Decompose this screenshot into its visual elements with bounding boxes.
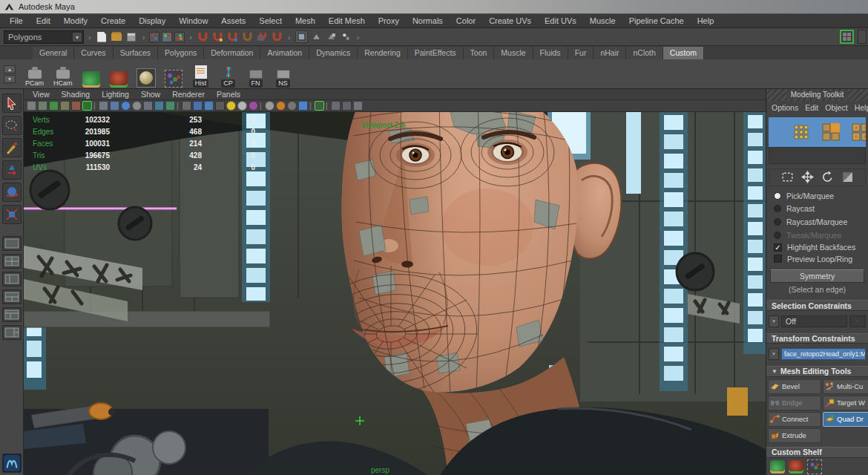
checkbox-preview-loop-ring[interactable]: Preview Loop/Ring [766, 253, 868, 265]
vp-menu-panels[interactable]: Panels [217, 90, 240, 99]
open-scene-icon[interactable] [111, 30, 123, 43]
single-pane-layout-button[interactable] [2, 236, 22, 251]
menu-create[interactable]: Create [94, 16, 132, 25]
render-settings-icon[interactable] [325, 30, 338, 43]
radio-raycast[interactable]: Raycast [766, 202, 868, 215]
shelf-tab-ncloth[interactable]: nCloth [626, 47, 662, 59]
shelf-item-ns[interactable]: NS [272, 61, 295, 88]
shelf-tab-dynamics[interactable]: Dynamics [309, 47, 358, 59]
four-pane-layout-button[interactable] [2, 254, 22, 269]
radio-raycast-marquee[interactable]: Raycast/Marquee [766, 215, 868, 229]
custom-shelf-header[interactable]: Custom Shelf [766, 447, 868, 458]
save-scene-icon[interactable] [125, 30, 138, 43]
transform-constraints-header[interactable]: Transform Constraints [766, 333, 868, 344]
snap-projected-center-icon[interactable] [241, 30, 254, 43]
shelf-tab-custom[interactable]: Custom [663, 47, 704, 59]
menu-display[interactable]: Display [132, 16, 172, 25]
image-plane-icon[interactable] [71, 101, 81, 111]
exposure-sphere-icon[interactable] [276, 101, 286, 111]
constraint-extra-field[interactable]: ◦ [849, 315, 866, 327]
toolkit-title-bar[interactable]: Modeling Toolkit [766, 89, 868, 101]
gamma-sphere-icon[interactable] [287, 101, 297, 111]
menu-modify[interactable]: Modify [57, 16, 94, 25]
persp-outliner-layout-button[interactable] [2, 272, 22, 286]
film-gate-icon[interactable] [215, 101, 225, 111]
radio-pick-marquee[interactable]: Pick/Marquee [766, 189, 868, 203]
quad-draw-overlay-icon[interactable] [315, 101, 324, 111]
group-collapse-icon[interactable]: › [86, 33, 93, 42]
menu-muscle[interactable]: Muscle [583, 16, 622, 25]
cube-view-icon[interactable] [331, 101, 341, 111]
shelf-tab-general[interactable]: General [33, 47, 74, 59]
menu-window[interactable]: Window [172, 16, 214, 25]
group-collapse-icon[interactable]: › [286, 33, 293, 42]
hypershade-layout-button[interactable] [2, 307, 22, 322]
axis-compass-icon[interactable] [342, 101, 352, 111]
menu-assets[interactable]: Assets [214, 16, 252, 25]
mesh-editing-tools-header[interactable]: ▼ Mesh Editing Tools [766, 366, 868, 377]
shelf-tab-deformation[interactable]: Deformation [204, 47, 260, 59]
new-scene-icon[interactable] [96, 30, 108, 43]
shelf-tab-toon[interactable]: Toon [464, 47, 495, 59]
sidebar-toggle-icon[interactable] [858, 30, 867, 44]
marquee-select-icon[interactable] [781, 171, 794, 183]
default-light-sphere-icon[interactable] [226, 101, 236, 111]
paint-select-tool[interactable] [2, 138, 22, 157]
move-handle-icon[interactable] [801, 171, 814, 183]
vp-menu-view[interactable]: View [33, 90, 50, 99]
transform-constraint-field[interactable]: face_retopo2Head_only1:Me [781, 348, 866, 360]
shelf-tab-surfaces[interactable]: Surfaces [114, 47, 158, 59]
tk-menu-object[interactable]: Object [825, 103, 847, 112]
menu-help[interactable]: Help [691, 16, 721, 25]
vp-menu-show[interactable]: Show [141, 90, 160, 99]
group-collapse-icon[interactable]: › [187, 33, 194, 42]
bridge-button[interactable]: Bridge [768, 396, 821, 410]
bevel-button[interactable]: Bevel [768, 379, 821, 394]
maya-logo-button[interactable] [2, 453, 22, 473]
vp-menu-renderer[interactable]: Renderer [172, 90, 205, 99]
shelf-tab-fluids[interactable]: Fluids [533, 47, 568, 59]
menu-create-uvs[interactable]: Create UVs [482, 16, 538, 25]
menu-edit[interactable]: Edit [30, 16, 57, 25]
flat-light-sphere-icon[interactable] [237, 101, 247, 111]
select-tool[interactable] [2, 94, 22, 113]
target-weld-button[interactable]: Target W [823, 396, 868, 410]
snap-point-icon[interactable] [226, 30, 239, 43]
make-live-icon[interactable] [271, 30, 283, 43]
shelf-item-cp[interactable]: CP [217, 61, 240, 88]
shelf-tab-animation[interactable]: Animation [260, 47, 309, 59]
constraint-expand-icon[interactable]: ▾ [769, 348, 779, 360]
menu-mesh[interactable]: Mesh [289, 16, 322, 25]
use-default-material-icon[interactable] [132, 101, 142, 111]
select-hierarchy-icon[interactable] [149, 32, 160, 42]
display-layers-icon[interactable] [340, 30, 352, 43]
textured-icon[interactable] [121, 101, 131, 111]
plane-x-icon[interactable] [193, 101, 203, 111]
shadows-icon[interactable] [165, 101, 175, 111]
extrude-button[interactable]: Extrude [768, 428, 821, 443]
selection-constraint-dropdown[interactable]: Off [781, 315, 847, 327]
group-collapse-icon[interactable]: › [355, 33, 362, 42]
motion-blur-icon[interactable] [298, 101, 308, 111]
checkbox-highlight-backfaces[interactable]: ✓ Highlight Backfaces [766, 241, 868, 253]
xray-icon[interactable] [143, 101, 153, 111]
persp-uv-layout-button[interactable] [2, 325, 22, 340]
lights-icon[interactable] [154, 101, 164, 111]
render-view-icon[interactable] [295, 30, 308, 43]
selection-constraints-header[interactable]: Selection Constraints [766, 300, 868, 311]
tk-menu-options[interactable]: Options [772, 103, 798, 112]
shelf-item-hist[interactable]: Hist [190, 61, 212, 88]
scale-tool[interactable] [2, 205, 22, 224]
menu-normals[interactable]: Normals [406, 16, 450, 25]
symmetry-button[interactable]: Symmetry [770, 269, 864, 283]
menu-edit-mesh[interactable]: Edit Mesh [322, 16, 372, 25]
lasso-tool[interactable] [2, 116, 22, 135]
shelf-item-material-sphere[interactable] [135, 61, 157, 88]
ambient-occlusion-sphere-icon[interactable] [249, 101, 258, 111]
rotate-handle-icon[interactable] [821, 171, 834, 183]
shaded-icon[interactable] [110, 101, 119, 111]
snap-view-plane-icon[interactable] [256, 30, 269, 43]
tk-menu-help[interactable]: Help [855, 103, 868, 112]
menu-set-selector[interactable]: Polygons ▾ [4, 30, 84, 44]
edge-mode-icon[interactable] [822, 123, 840, 141]
